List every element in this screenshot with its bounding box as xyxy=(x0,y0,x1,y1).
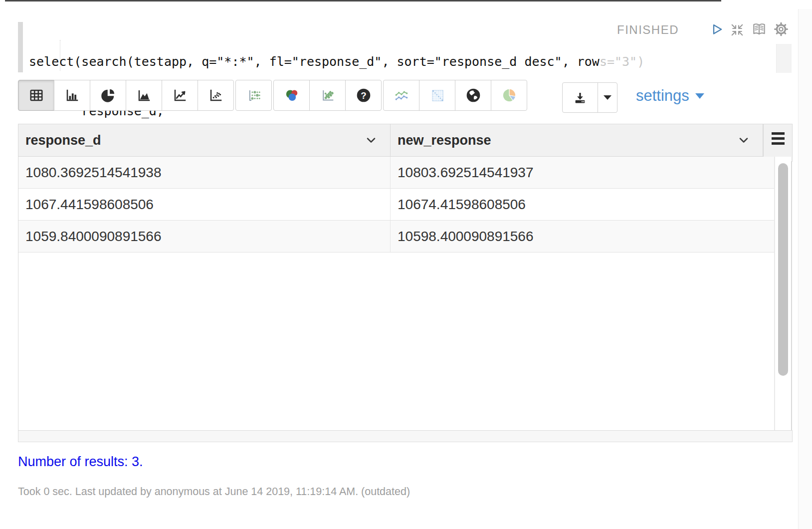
status-badge: FINISHED xyxy=(617,23,679,37)
viz-button-help[interactable]: ? xyxy=(345,80,382,111)
chevron-down-icon[interactable] xyxy=(364,133,378,147)
table-row: 1080.3692514541938 10803.692514541937 xyxy=(18,157,774,189)
download-button[interactable] xyxy=(562,82,598,113)
settings-toggle[interactable]: settings xyxy=(636,87,704,105)
bubble-grid-icon xyxy=(246,88,261,103)
line-chart-icon xyxy=(173,88,188,103)
viz-button-pie-pastel[interactable] xyxy=(491,80,527,111)
cell-response_d: 1067.441598608506 xyxy=(18,189,391,220)
gear-icon xyxy=(773,21,789,37)
shrink-icon xyxy=(730,22,745,37)
caret-down-icon xyxy=(604,95,611,100)
table-row: 1059.8400090891566 10598.400090891566 xyxy=(18,221,774,253)
play-icon xyxy=(710,23,724,37)
chevron-down-icon[interactable] xyxy=(737,133,751,147)
download-options-button[interactable] xyxy=(598,82,617,113)
viz-button-heatmap[interactable] xyxy=(419,80,455,111)
settings-label: settings xyxy=(636,87,689,105)
viz-button-multi-line[interactable] xyxy=(383,80,419,111)
editor-scrollbar[interactable] xyxy=(776,44,792,73)
code-line-1: select(search(testapp, q="*:*", fl="resp… xyxy=(29,53,644,70)
cell-response_d: 1059.8400090891566 xyxy=(18,221,391,252)
globe-icon xyxy=(465,87,481,103)
shrink-editor-button[interactable] xyxy=(729,22,745,38)
venn-diagram-icon xyxy=(284,88,299,103)
results-summary: Number of results: 3. xyxy=(18,454,143,470)
viz-button-venn[interactable] xyxy=(273,80,310,111)
download-icon xyxy=(573,90,588,105)
code-line-1-faded: s="3") xyxy=(600,54,644,69)
viz-button-bar-chart[interactable] xyxy=(54,80,90,111)
paragraph-settings-button[interactable] xyxy=(773,21,789,37)
bar-chart-icon xyxy=(65,88,80,103)
pie-pastel-icon xyxy=(501,87,517,103)
paragraph-top-border xyxy=(5,0,721,1)
column-header-response_d[interactable]: response_d xyxy=(18,124,391,157)
column-header-new_response[interactable]: new_response xyxy=(390,124,763,157)
viz-toolbar: ? xyxy=(18,80,529,111)
viz-button-bubble-grid[interactable] xyxy=(235,80,272,111)
viz-button-line-chart[interactable] xyxy=(162,80,198,111)
viz-button-pie-chart[interactable] xyxy=(90,80,126,111)
scatter-green-icon xyxy=(320,88,335,103)
viz-button-table[interactable] xyxy=(18,80,54,111)
viz-button-globe[interactable] xyxy=(455,80,491,111)
column-label: new_response xyxy=(398,133,491,148)
run-button[interactable] xyxy=(709,22,725,38)
settings-caret-icon xyxy=(695,93,704,99)
viz-button-scatter-chart[interactable] xyxy=(198,80,234,111)
heatmap-icon xyxy=(430,88,445,103)
zeppelin-paragraph: select(search(testapp, q="*:*", fl="resp… xyxy=(0,0,812,529)
svg-text:?: ? xyxy=(361,90,366,101)
table-right-border xyxy=(791,162,792,430)
cell-new_response: 10598.400090891566 xyxy=(391,221,774,252)
page-scrollbar-track[interactable] xyxy=(798,9,812,529)
multi-line-chart-icon xyxy=(394,87,409,103)
pie-chart-icon xyxy=(101,88,116,103)
table-menu-button[interactable] xyxy=(763,124,793,162)
cell-new_response: 10674.41598608506 xyxy=(391,189,774,220)
table-icon xyxy=(29,88,44,103)
table-scrollbar-track[interactable] xyxy=(775,157,791,430)
table-row: 1067.441598608506 10674.41598608506 xyxy=(18,189,774,221)
cell-new_response: 10803.692514541937 xyxy=(391,157,774,188)
show-editor-button[interactable] xyxy=(751,21,767,37)
viz-button-scatter-green[interactable] xyxy=(309,80,346,111)
column-label: response_d xyxy=(25,133,101,148)
area-chart-icon xyxy=(137,88,152,103)
table-body: 1080.3692514541938 10803.692514541937 10… xyxy=(18,157,775,430)
book-icon xyxy=(751,21,767,37)
download-split-button xyxy=(562,82,617,113)
table-footer-strip xyxy=(18,430,793,442)
result-table: response_d new_response 1080.36925145419… xyxy=(18,124,793,442)
cell-response_d: 1080.3692514541938 xyxy=(18,157,391,188)
viz-button-area-chart[interactable] xyxy=(126,80,162,111)
paragraph-status-line: Took 0 sec. Last updated by anonymous at… xyxy=(18,486,410,498)
table-scrollbar-thumb[interactable] xyxy=(778,163,788,376)
scatter-icon xyxy=(208,88,223,103)
active-paragraph-bar xyxy=(18,22,23,72)
question-icon: ? xyxy=(356,87,372,103)
